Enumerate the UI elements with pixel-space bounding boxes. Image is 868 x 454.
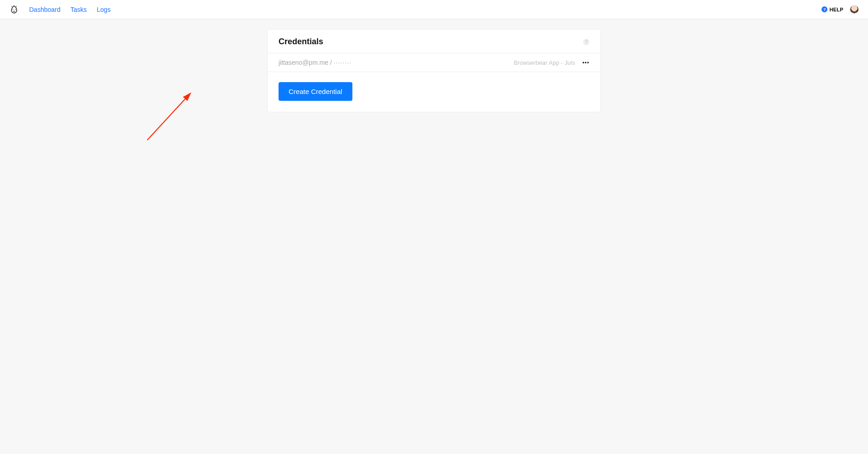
credential-app-label: Browserbear App - Juls [514,59,575,66]
credential-masked: ········ [334,59,351,66]
more-icon[interactable]: ••• [582,59,589,66]
credentials-card: Credentials ? jittaseno@pm.me / ········… [267,29,601,112]
question-icon[interactable]: ? [583,39,589,45]
help-label: HELP [829,7,843,12]
avatar[interactable] [850,5,859,14]
content: Credentials ? jittaseno@pm.me / ········… [0,19,868,130]
create-credential-button[interactable]: Create Credential [279,82,352,101]
credential-identity-group: jittaseno@pm.me / ········ [279,59,351,66]
card-body: Create Credential [268,72,600,112]
svg-point-0 [13,9,14,10]
svg-point-3 [16,6,17,7]
nav-link-logs[interactable]: Logs [97,6,110,13]
credential-meta-group: Browserbear App - Juls ••• [514,59,589,66]
card-header: Credentials ? [268,30,600,53]
svg-point-2 [11,6,12,7]
help-link[interactable]: ? HELP [822,6,843,12]
topbar: Dashboard Tasks Logs ? HELP [0,0,868,19]
nav-link-dashboard[interactable]: Dashboard [29,6,61,13]
app-logo-icon[interactable] [9,5,19,15]
svg-point-1 [15,9,16,10]
nav-link-tasks[interactable]: Tasks [71,6,87,13]
topbar-right: ? HELP [822,5,859,14]
credential-identity: jittaseno@pm.me / [279,59,332,66]
topbar-left: Dashboard Tasks Logs [9,5,111,15]
help-icon: ? [822,6,827,12]
credential-row[interactable]: jittaseno@pm.me / ········ Browserbear A… [268,53,600,72]
card-title: Credentials [279,37,323,47]
